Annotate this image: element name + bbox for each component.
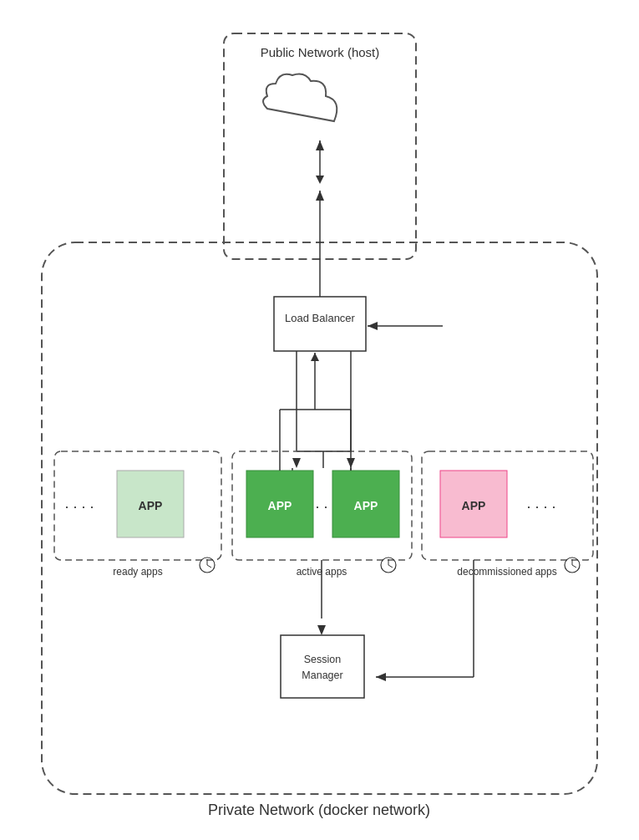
svg-line-7 <box>388 565 393 568</box>
ready-app-label: APP <box>139 499 163 512</box>
cloud-arrow-up <box>316 140 324 150</box>
session-manager-label-2: Manager <box>302 669 342 681</box>
decomm-app-label: APP <box>462 499 486 512</box>
decomm-to-lb-arrow <box>368 322 378 330</box>
active-app-2-label: APP <box>354 499 378 512</box>
ready-apps-label: ready apps <box>113 566 162 578</box>
load-balancer-label: Load Balancer <box>285 312 356 324</box>
lb-to-cloud-arrow <box>316 191 324 201</box>
active-app-1-label: APP <box>268 499 292 512</box>
diagram-svg: Private Network (docker network) Public … <box>0 0 639 840</box>
cloud-arrow-down <box>316 176 324 184</box>
decomm-apps-label: decommissioned apps <box>457 566 556 578</box>
ready-dots: · · · · <box>64 498 94 515</box>
active-to-lb-arrow <box>311 353 319 361</box>
svg-line-5 <box>207 565 211 568</box>
cloud-icon <box>263 74 337 121</box>
active-to-sm-arrow <box>317 625 326 635</box>
private-network-label: Private Network (docker network) <box>208 802 430 818</box>
decomm-to-sm-arrow <box>376 673 386 681</box>
decomm-dots: · · · · <box>526 498 555 515</box>
public-network-label: Public Network (host) <box>261 45 380 59</box>
lb-arrow-left <box>292 458 301 468</box>
session-manager-label-1: Session <box>304 654 342 665</box>
svg-line-9 <box>572 565 576 568</box>
session-manager-box <box>281 635 364 698</box>
